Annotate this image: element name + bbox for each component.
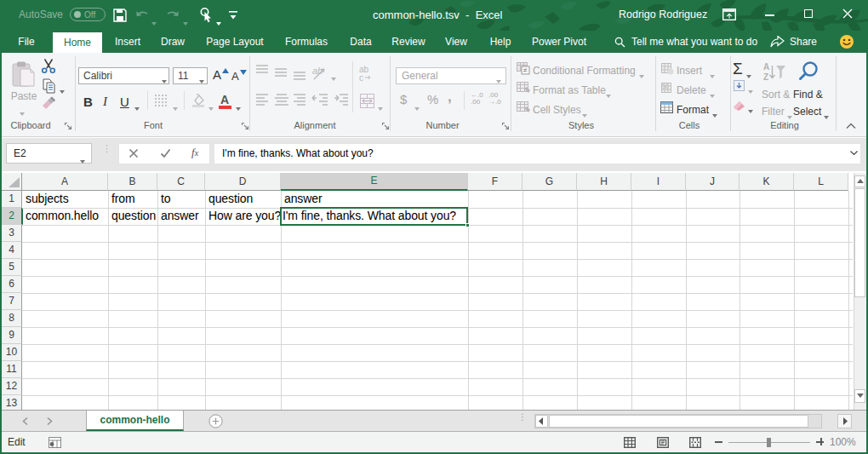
svg-text:ab: ab (312, 66, 323, 76)
svg-text:≠: ≠ (523, 66, 528, 74)
svg-text:c: c (359, 73, 363, 82)
svg-text:Z: Z (763, 72, 768, 82)
svg-text:A: A (763, 62, 769, 72)
